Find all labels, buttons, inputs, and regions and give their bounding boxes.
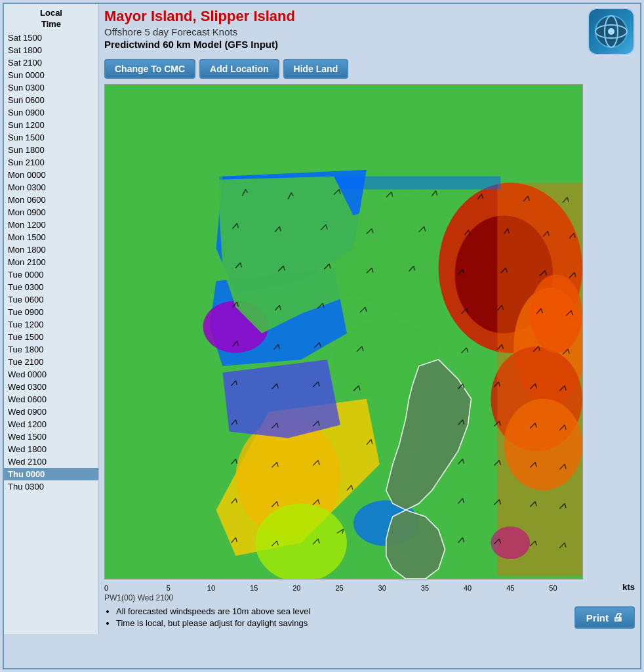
- sidebar-item[interactable]: Mon 1200: [4, 219, 98, 231]
- header-text: Mayor Island, Slipper Island Offshore 5 …: [104, 8, 588, 50]
- main-content: Mayor Island, Slipper Island Offshore 5 …: [99, 4, 640, 634]
- sidebar-item[interactable]: Tue 2100: [4, 356, 98, 368]
- scale-label: 25: [318, 584, 361, 592]
- sidebar-item[interactable]: Sat 2100: [4, 56, 98, 69]
- scale-label: 45: [489, 584, 532, 592]
- scale-label: 20: [275, 584, 318, 592]
- scale-label: 50: [532, 584, 574, 592]
- map-container: [104, 84, 583, 579]
- print-label: Print: [586, 612, 609, 623]
- sidebar-item[interactable]: Tue 1800: [4, 343, 98, 356]
- page-subtitle: Offshore 5 day Forecast Knots: [104, 26, 588, 37]
- scale-label: 40: [447, 584, 489, 592]
- outer-border: LocalTime Sat 1500Sat 1800Sat 2100Sun 00…: [3, 3, 641, 669]
- sidebar-header: LocalTime: [4, 5, 98, 32]
- scale-label: 35: [403, 584, 446, 592]
- sidebar-item[interactable]: Mon 2100: [4, 256, 98, 268]
- scale-label: 15: [233, 584, 275, 592]
- hide-land-button[interactable]: Hide Land: [283, 59, 349, 79]
- svg-point-14: [255, 503, 347, 579]
- map-timestamp: PW1(00) Wed 2100: [104, 593, 635, 602]
- sidebar-item[interactable]: Wed 1500: [4, 430, 98, 443]
- sidebar-item[interactable]: Tue 0900: [4, 306, 98, 318]
- sidebar-item[interactable]: Tue 1200: [4, 318, 98, 331]
- sidebar-item[interactable]: Wed 2100: [4, 455, 98, 468]
- note-item: Time is local, but please adjust for day…: [116, 618, 310, 628]
- scale-label: 5: [147, 584, 190, 592]
- sidebar-item[interactable]: Tue 0600: [4, 293, 98, 306]
- sidebar-item[interactable]: Wed 1800: [4, 443, 98, 455]
- header-area: Mayor Island, Slipper Island Offshore 5 …: [104, 8, 635, 55]
- sidebar-item[interactable]: Mon 1800: [4, 243, 98, 256]
- sidebar-item[interactable]: Mon 0000: [4, 169, 98, 181]
- notes-list: All forecasted windspeeds are 10m above …: [104, 606, 310, 630]
- sidebar-item[interactable]: Tue 0000: [4, 268, 98, 281]
- page-title: Mayor Island, Slipper Island: [104, 8, 588, 25]
- app-logo: [588, 8, 635, 55]
- sidebar-item[interactable]: Sun 1500: [4, 131, 98, 144]
- sidebar-item[interactable]: Sat 1800: [4, 44, 98, 56]
- main-container: LocalTime Sat 1500Sat 1800Sat 2100Sun 00…: [4, 4, 640, 634]
- sidebar-item[interactable]: Mon 1500: [4, 231, 98, 243]
- scale-label: [574, 584, 617, 592]
- bottom-notes: All forecasted windspeeds are 10m above …: [104, 606, 635, 630]
- sidebar-item[interactable]: Tue 0300: [4, 281, 98, 293]
- scale-unit: kts: [622, 582, 635, 592]
- sidebar: LocalTime Sat 1500Sat 1800Sat 2100Sun 00…: [4, 4, 99, 634]
- sidebar-item[interactable]: Thu 0300: [4, 480, 98, 493]
- sidebar-item[interactable]: Wed 1200: [4, 418, 98, 430]
- print-button[interactable]: Print 🖨: [574, 606, 635, 629]
- sidebar-item[interactable]: Sun 1800: [4, 144, 98, 156]
- svg-rect-11: [497, 183, 582, 576]
- sidebar-item[interactable]: Mon 0600: [4, 194, 98, 206]
- sidebar-item[interactable]: Sat 1500: [4, 32, 98, 44]
- sidebar-item[interactable]: Wed 0300: [4, 381, 98, 393]
- svg-point-23: [491, 526, 530, 559]
- sidebar-item[interactable]: Thu 0000: [4, 468, 98, 480]
- sidebar-item[interactable]: Sun 0600: [4, 94, 98, 106]
- print-icon: 🖨: [613, 612, 623, 623]
- sidebar-item[interactable]: Sun 0300: [4, 81, 98, 94]
- change-to-cmc-button[interactable]: Change To CMC: [104, 59, 195, 79]
- toolbar: Change To CMC Add Location Hide Land: [104, 59, 635, 79]
- sidebar-item[interactable]: Wed 0600: [4, 393, 98, 406]
- scale-label: 10: [190, 584, 232, 592]
- sidebar-item[interactable]: Sun 0000: [4, 69, 98, 81]
- scale-label: 0: [104, 584, 147, 592]
- scale-label: 30: [361, 584, 403, 592]
- note-item: All forecasted windspeeds are 10m above …: [116, 606, 310, 616]
- sidebar-item[interactable]: Sun 2100: [4, 156, 98, 169]
- logo-area: [588, 8, 635, 55]
- sidebar-item[interactable]: Tue 1500: [4, 331, 98, 343]
- add-location-button[interactable]: Add Location: [199, 59, 279, 79]
- sidebar-item[interactable]: Mon 0300: [4, 181, 98, 194]
- model-title: Predictwind 60 km Model (GFS Input): [104, 39, 588, 50]
- svg-point-3: [608, 28, 614, 35]
- sidebar-item[interactable]: Wed 0900: [4, 406, 98, 418]
- sidebar-item[interactable]: Wed 0000: [4, 368, 98, 381]
- sidebar-item[interactable]: Sun 1200: [4, 119, 98, 131]
- sidebar-item[interactable]: Sun 0900: [4, 106, 98, 119]
- svg-marker-17: [223, 360, 341, 438]
- color-scale-container: 05101520253035404550 kts: [104, 582, 635, 592]
- sidebar-item[interactable]: Mon 0900: [4, 206, 98, 219]
